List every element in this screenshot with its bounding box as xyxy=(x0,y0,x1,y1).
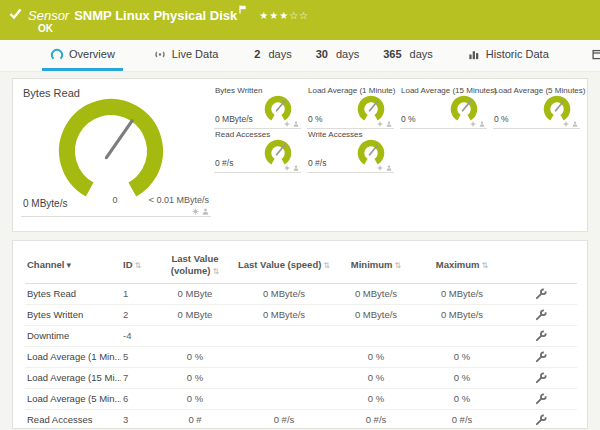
maximum-cell xyxy=(419,325,505,346)
column-header-minimum[interactable]: Minimum⇅ xyxy=(333,245,419,283)
tab-historic-data-label: Historic Data xyxy=(486,48,549,60)
historic-data-chart-icon xyxy=(467,48,481,61)
tab-30-days-number: 30 xyxy=(316,48,328,60)
gauge-card-value: 0 MByte/s xyxy=(215,114,253,124)
channel-actions-cell[interactable] xyxy=(505,325,577,346)
channel-actions-cell[interactable] xyxy=(505,304,577,325)
tab-2-days-label: days xyxy=(268,48,291,60)
user-icon[interactable] xyxy=(293,165,299,171)
gauge-card-value: 0 % xyxy=(308,114,323,124)
tab-2-days-number: 2 xyxy=(254,48,260,60)
table-row[interactable]: Load Average (1 Min... 5 0 % 0 % 0 % xyxy=(25,346,577,367)
last-value-volume-cell: 0 % xyxy=(155,346,235,367)
column-header-maximum[interactable]: Maximum⇅ xyxy=(419,245,505,283)
tab-historic-data[interactable]: Historic Data xyxy=(459,40,557,71)
user-icon[interactable] xyxy=(293,121,299,127)
tab-live-data-label: Live Data xyxy=(172,48,218,60)
tab-365-days[interactable]: 365 days xyxy=(375,40,441,71)
last-value-volume-cell xyxy=(155,325,235,346)
priority-flag-icon[interactable] xyxy=(239,5,247,14)
tab-365-days-label: days xyxy=(410,48,433,60)
edit-channel-wrench-icon[interactable] xyxy=(535,330,547,342)
table-row[interactable]: Load Average (15 Mi... 7 0 % 0 % 0 % xyxy=(25,367,577,388)
gear-icon[interactable] xyxy=(377,121,383,127)
sort-icon: ⇅ xyxy=(323,261,330,270)
priority-stars[interactable]: ★★★☆☆ xyxy=(259,10,309,21)
user-icon[interactable] xyxy=(202,208,209,215)
gauge-card-read-accesses[interactable]: Read Accesses 0 #/s xyxy=(214,129,301,173)
channel-actions-cell[interactable] xyxy=(505,283,577,304)
gear-icon[interactable] xyxy=(284,121,290,127)
sort-icon: ⇅ xyxy=(212,267,219,276)
table-row[interactable]: Load Average (5 Min... 6 0 % 0 % 0 % xyxy=(25,388,577,409)
gauge-card-load-1min[interactable]: Load Average (1 Minute) 0 % xyxy=(307,85,394,129)
channel-name-cell[interactable]: Read Accesses xyxy=(25,409,121,429)
tab-2-days[interactable]: 2 days xyxy=(246,40,299,71)
gauge-needle xyxy=(106,121,132,158)
edit-channel-wrench-icon[interactable] xyxy=(535,393,547,405)
gauge-card-value: 0 #/s xyxy=(308,158,326,168)
gauge-card-load-15min[interactable]: Load Average (15 Minutes) 0 % xyxy=(400,85,487,129)
table-row[interactable]: Read Accesses 3 0 # 0 #/s 0 #/s 0 #/s xyxy=(25,409,577,429)
edit-channel-wrench-icon[interactable] xyxy=(535,288,547,300)
user-icon[interactable] xyxy=(479,121,485,127)
channel-name-cell[interactable]: Bytes Read xyxy=(25,283,121,304)
user-icon[interactable] xyxy=(386,121,392,127)
channel-name-cell[interactable]: Downtime xyxy=(25,325,121,346)
last-value-volume-cell: 0 MByte xyxy=(155,283,235,304)
minimum-cell: 0 #/s xyxy=(333,409,419,429)
maximum-cell: 0 % xyxy=(419,367,505,388)
table-row[interactable]: Downtime -4 xyxy=(25,325,577,346)
minimum-cell xyxy=(333,325,419,346)
gear-icon[interactable] xyxy=(284,165,290,171)
tab-365-days-number: 365 xyxy=(383,48,401,60)
edit-channel-wrench-icon[interactable] xyxy=(535,351,547,363)
tab-log[interactable]: Log xyxy=(583,40,600,71)
user-icon[interactable] xyxy=(386,165,392,171)
tab-overview[interactable]: Overview xyxy=(42,40,123,71)
log-window-icon xyxy=(591,48,600,61)
column-header-last-speed[interactable]: Last Value (speed)⇅ xyxy=(235,245,333,283)
tab-live-data[interactable]: Live Data xyxy=(145,40,226,71)
channel-id-cell: 3 xyxy=(121,409,155,429)
channel-actions-cell[interactable] xyxy=(505,346,577,367)
gauge-card-load-5min[interactable]: Load Average (5 Minutes) 0 % xyxy=(493,85,580,129)
gear-icon[interactable] xyxy=(192,208,199,215)
column-header-actions xyxy=(505,245,577,283)
channel-actions-cell[interactable] xyxy=(505,409,577,429)
gear-icon[interactable] xyxy=(563,121,569,127)
channel-name-cell[interactable]: Load Average (5 Min... xyxy=(25,388,121,409)
maximum-cell: 0 % xyxy=(419,388,505,409)
primary-gauge-max: < 0.01 MByte/s xyxy=(149,195,209,205)
edit-channel-wrench-icon[interactable] xyxy=(535,309,547,321)
sort-icon: ⇅ xyxy=(135,261,142,270)
last-value-speed-cell xyxy=(235,388,333,409)
gear-icon[interactable] xyxy=(377,165,383,171)
maximum-cell: 0 MByte/s xyxy=(419,304,505,325)
gear-icon[interactable] xyxy=(470,121,476,127)
column-header-channel[interactable]: Channel▾ xyxy=(25,245,121,283)
user-icon[interactable] xyxy=(572,121,578,127)
edit-channel-wrench-icon[interactable] xyxy=(535,372,547,384)
channel-actions-cell[interactable] xyxy=(505,388,577,409)
column-header-last-volume[interactable]: Last Value (volume)⇅ xyxy=(155,245,235,283)
channel-name-cell[interactable]: Bytes Written xyxy=(25,304,121,325)
minimum-cell: 0 MByte/s xyxy=(333,283,419,304)
edit-channel-wrench-icon[interactable] xyxy=(535,414,547,426)
primary-gauge-min: 0 xyxy=(103,195,127,205)
channel-name-cell[interactable]: Load Average (15 Mi... xyxy=(25,367,121,388)
tab-30-days[interactable]: 30 days xyxy=(308,40,368,71)
channel-name-cell[interactable]: Load Average (1 Min... xyxy=(25,346,121,367)
channel-actions-cell[interactable] xyxy=(505,367,577,388)
gauge-card-title: Bytes Written xyxy=(215,86,262,95)
gauge-card-value: 0 % xyxy=(401,114,416,124)
table-row[interactable]: Bytes Read 1 0 MByte 0 MByte/s 0 MByte/s… xyxy=(25,283,577,304)
gauge-card-bytes-written[interactable]: Bytes Written 0 MByte/s xyxy=(214,85,301,129)
tab-overview-label: Overview xyxy=(69,48,115,60)
table-row[interactable]: Bytes Written 2 0 MByte 0 MByte/s 0 MByt… xyxy=(25,304,577,325)
channel-table: Channel▾ ID⇅ Last Value (volume)⇅ Last V… xyxy=(25,245,577,429)
gauge-card-write-accesses[interactable]: Write Accesses 0 #/s xyxy=(307,129,394,173)
column-header-id[interactable]: ID⇅ xyxy=(121,245,155,283)
sensor-header: SensorSNMP Linux Physical Disk★★★☆☆ OK xyxy=(0,0,600,40)
sort-icon: ⇅ xyxy=(482,261,489,270)
